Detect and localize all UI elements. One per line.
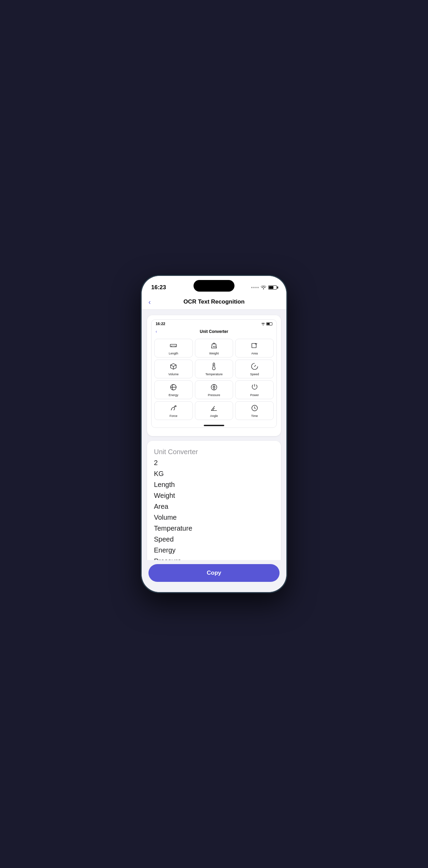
converter-item-volume[interactable]: Volume	[154, 360, 193, 378]
pressure-icon	[210, 383, 218, 392]
dynamic-island	[194, 280, 234, 292]
converter-item-angle[interactable]: Angle	[195, 401, 233, 420]
power-icon	[251, 383, 258, 392]
weight-label: Weight	[209, 352, 219, 355]
converter-item-force[interactable]: Force	[154, 401, 193, 420]
screenshot-card: 16:22	[147, 315, 281, 436]
speed-label: Speed	[250, 373, 259, 376]
volume-label: Volume	[168, 373, 179, 376]
ocr-item-speed: Speed	[154, 534, 274, 545]
speed-icon	[251, 363, 258, 371]
converter-item-time[interactable]: Time	[235, 401, 274, 420]
ocr-item-area: Area	[154, 501, 274, 512]
area-icon: m²	[251, 342, 258, 350]
length-icon	[170, 342, 177, 350]
converter-item-pressure[interactable]: Pressure	[195, 380, 233, 399]
inner-back-icon: ‹	[156, 329, 157, 334]
force-label: Force	[170, 414, 177, 418]
svg-point-17	[175, 406, 176, 407]
converter-item-area[interactable]: m² Area	[235, 339, 274, 358]
inner-home-indicator	[152, 423, 276, 428]
copy-button[interactable]: Copy	[148, 564, 280, 582]
inner-app-title: Unit Converter	[200, 329, 228, 334]
energy-label: Energy	[169, 393, 179, 397]
time-label: Time	[251, 414, 258, 418]
force-icon	[170, 404, 177, 413]
svg-text:KG: KG	[213, 346, 216, 348]
pressure-label: Pressure	[208, 393, 220, 397]
inner-status-icons	[261, 322, 272, 325]
weight-icon: KG	[210, 342, 218, 350]
ocr-item-weight: Weight	[154, 490, 274, 501]
angle-icon	[210, 404, 218, 413]
converter-item-energy[interactable]: Energy	[154, 380, 193, 399]
battery-icon	[268, 285, 277, 290]
power-label: Power	[250, 393, 259, 397]
status-time: 16:23	[151, 284, 166, 291]
main-content[interactable]: 16:22	[142, 310, 286, 563]
ocr-item-unit-converter: Unit Converter	[154, 446, 274, 457]
area-label: Area	[251, 352, 258, 355]
svg-point-14	[213, 386, 215, 388]
ocr-item-energy: Energy	[154, 545, 274, 556]
temperature-label: Temperature	[205, 373, 223, 376]
converter-item-weight[interactable]: KG Weight	[195, 339, 233, 358]
bottom-area: Copy	[142, 560, 286, 592]
inner-nav: ‹ Unit Converter	[152, 328, 276, 337]
temperature-icon	[210, 363, 218, 371]
nav-title: OCR Text Recognition	[183, 298, 244, 305]
angle-label: Angle	[210, 414, 218, 418]
nav-bar: ‹ OCR Text Recognition	[142, 294, 286, 310]
back-chevron: ‹	[148, 298, 151, 306]
ocr-item-volume: Volume	[154, 512, 274, 523]
svg-rect-0	[170, 344, 176, 347]
volume-icon	[170, 363, 177, 371]
signal-dots-icon	[251, 287, 259, 288]
converter-item-length[interactable]: Length	[154, 339, 193, 358]
wifi-icon	[261, 285, 266, 290]
converter-grid: Length KG Weight	[152, 337, 276, 423]
svg-point-11	[254, 366, 255, 367]
ocr-item-temperature: Temperature	[154, 523, 274, 534]
phone-frame: 16:23 ‹	[141, 275, 287, 593]
time-icon	[251, 404, 258, 413]
status-icons	[251, 285, 277, 290]
converter-item-speed[interactable]: Speed	[235, 360, 274, 378]
ocr-results-card: Unit Converter 2 KG Length Weight Area V…	[147, 441, 281, 563]
converter-item-temperature[interactable]: Temperature	[195, 360, 233, 378]
phone-screen: 16:23 ‹	[142, 276, 286, 592]
ocr-item-2: 2	[154, 457, 274, 468]
svg-text:m²: m²	[255, 343, 257, 345]
back-button[interactable]: ‹	[148, 298, 151, 306]
inner-status-bar: 16:22	[152, 320, 276, 328]
ocr-item-length: Length	[154, 479, 274, 490]
inner-status-time: 16:22	[156, 322, 165, 326]
energy-icon	[170, 383, 177, 392]
converter-item-power[interactable]: Power	[235, 380, 274, 399]
inner-screenshot: 16:22	[151, 319, 277, 428]
ocr-item-kg: KG	[154, 468, 274, 479]
length-label: Length	[169, 352, 179, 355]
